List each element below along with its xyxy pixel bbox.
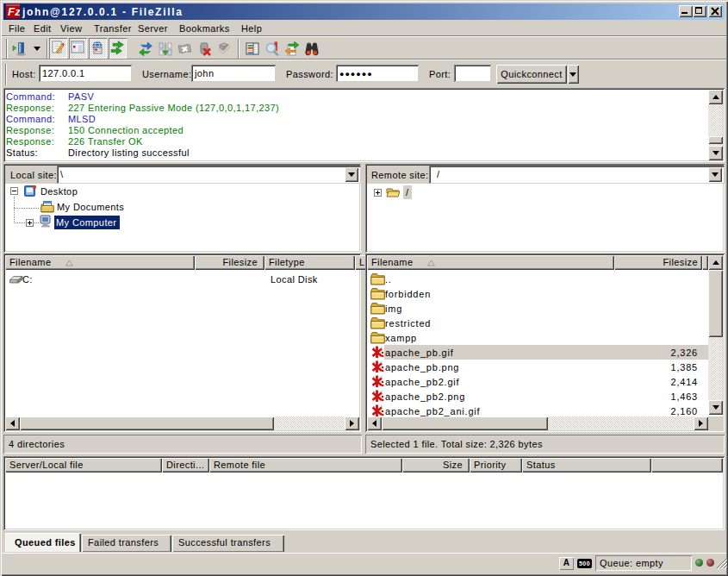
svg-text:Fz: Fz [8, 5, 20, 18]
